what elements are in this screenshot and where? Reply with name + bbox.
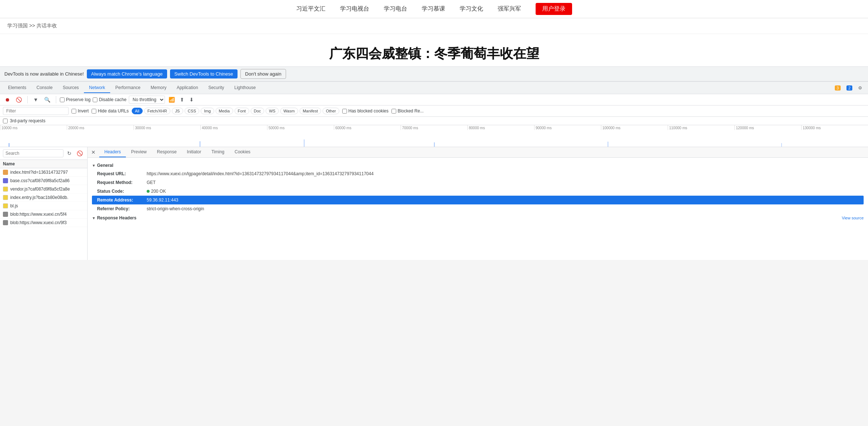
search-input[interactable] <box>3 149 63 157</box>
detail-tab-response[interactable]: Response <box>152 147 182 157</box>
response-headers-header[interactable]: ▼ Response Headers View source <box>92 213 864 222</box>
blocked-re-checkbox[interactable] <box>391 109 396 114</box>
hide-data-urls-checkbox[interactable] <box>92 109 96 114</box>
filter-type-js[interactable]: JS <box>172 108 183 114</box>
warning-tab-icon[interactable]: 3 <box>832 84 844 92</box>
detail-tab-preview[interactable]: Preview <box>126 147 152 157</box>
clear-button[interactable]: 🚫 <box>14 96 24 104</box>
detail-row-remote[interactable]: Remote Address: 59.36.92.11:443 <box>92 196 864 204</box>
filter-input[interactable] <box>3 107 69 115</box>
search-button[interactable]: 🔍 <box>42 96 52 104</box>
filter-type-wasm[interactable]: Wasm <box>280 108 298 114</box>
detail-tab-timing[interactable]: Timing <box>206 147 229 157</box>
filter-type-img[interactable]: Img <box>201 108 214 114</box>
filter-type-all[interactable]: All <box>132 108 143 114</box>
tick-0: 10000 ms <box>0 125 67 130</box>
disable-cache-label[interactable]: Disable cache <box>93 97 126 102</box>
nav-item-xijinping[interactable]: 习近平文汇 <box>296 5 325 13</box>
tab-network[interactable]: Network <box>84 83 110 93</box>
left-sidebar: ↻ 🚫 Name index.html?id=136314732797 base… <box>0 147 88 260</box>
switch-devtools-button[interactable]: Switch DevTools to Chinese <box>170 69 238 78</box>
file-name-2: vendor.js?caf087d9f8a5cf2a8e <box>10 187 70 192</box>
timeline-ruler: 10000 ms 20000 ms 30000 ms 40000 ms 5000… <box>0 125 868 130</box>
record-button[interactable]: ⏺ <box>3 96 12 104</box>
third-party-checkbox[interactable] <box>3 119 8 123</box>
file-item-2[interactable]: vendor.js?caf087d9f8a5cf2a8e <box>0 185 87 193</box>
detail-tab-headers[interactable]: Headers <box>99 147 126 157</box>
tab-memory[interactable]: Memory <box>146 83 171 93</box>
tick-6: 70000 ms <box>401 125 467 130</box>
file-item-5[interactable]: blob:https://www.xuexi.cn/5f4 <box>0 210 87 219</box>
filter-type-manifest[interactable]: Manifest <box>300 108 321 114</box>
preserve-log-text: Preserve log <box>66 97 90 102</box>
file-name-6: blob:https://www.xuexi.cn/9f3 <box>10 220 67 225</box>
filter-type-ws[interactable]: WS <box>266 108 279 114</box>
filter-type-other[interactable]: Other <box>323 108 339 114</box>
has-blocked-label[interactable]: Has blocked cookies <box>342 108 389 114</box>
nav-item-mooc[interactable]: 学习慕课 <box>422 5 445 13</box>
settings-icon[interactable]: ⚙ <box>855 84 865 92</box>
tab-elements[interactable]: Elements <box>3 83 31 93</box>
file-item-6[interactable]: blob:https://www.xuexi.cn/9f3 <box>0 219 87 227</box>
detail-row-method: Request Method: GET <box>92 178 864 187</box>
filter-button[interactable]: ▼ <box>31 96 40 104</box>
wifi-icon[interactable]: 📶 <box>167 96 176 103</box>
tab-lighthouse[interactable]: Lighthouse <box>229 83 261 93</box>
nav-item-radio[interactable]: 学习电台 <box>384 5 407 13</box>
login-button[interactable]: 用户登录 <box>536 3 572 15</box>
tab-performance[interactable]: Performance <box>110 83 146 93</box>
tab-console[interactable]: Console <box>31 83 58 93</box>
third-party-label: 3rd-party requests <box>10 118 45 123</box>
tab-application[interactable]: Application <box>171 83 203 93</box>
tick-9: 100000 ms <box>601 125 668 130</box>
disable-cache-checkbox[interactable] <box>93 97 97 102</box>
filter-type-font[interactable]: Font <box>235 108 249 114</box>
filter-type-fetch[interactable]: Fetch/XHR <box>144 108 170 114</box>
view-source-link[interactable]: View source <box>842 216 864 220</box>
file-item-3[interactable]: index.entry.js?bac1b80e08db. <box>0 193 87 202</box>
request-details: ✕ Headers Preview Response Initiator Tim… <box>88 147 868 260</box>
file-item-4[interactable]: bl.js <box>0 202 87 210</box>
invert-checkbox[interactable] <box>72 109 76 114</box>
dont-show-button[interactable]: Don't show again <box>240 69 286 79</box>
detail-tab-initiator[interactable]: Initiator <box>182 147 206 157</box>
invert-text: Invert <box>78 108 89 114</box>
filter-type-css[interactable]: CSS <box>185 108 200 114</box>
filter-type-doc[interactable]: Doc <box>251 108 265 114</box>
blocked-re-label[interactable]: Blocked Re... <box>391 108 424 114</box>
detail-tab-cookies[interactable]: Cookies <box>229 147 255 157</box>
nav-item-tv[interactable]: 学习电视台 <box>340 5 369 13</box>
nav-item-culture[interactable]: 学习文化 <box>460 5 483 13</box>
details-close-icon[interactable]: ✕ <box>88 147 99 157</box>
invert-label[interactable]: Invert <box>72 108 89 114</box>
url-value[interactable]: https://www.xuexi.cn/lgpage/detail/index… <box>147 170 374 177</box>
separator-1 <box>27 96 28 103</box>
detail-row-referrer: Referrer Policy: strict-origin-when-cros… <box>92 204 864 213</box>
throttle-select[interactable]: No throttling <box>129 96 165 104</box>
download-icon[interactable]: ⬇ <box>188 96 195 103</box>
file-item-0[interactable]: index.html?id=136314732797 <box>0 168 87 177</box>
js-icon-3 <box>3 195 8 200</box>
match-language-button[interactable]: Always match Chrome's language <box>87 69 167 78</box>
hide-data-urls-label[interactable]: Hide data URLs <box>92 108 129 114</box>
search-clear-icon[interactable]: 🚫 <box>75 150 84 157</box>
upload-icon[interactable]: ⬆ <box>178 96 186 103</box>
tab-sources[interactable]: Sources <box>58 83 84 93</box>
info-tab-icon[interactable]: 2 <box>844 84 855 92</box>
file-name-5: blob:https://www.xuexi.cn/5f4 <box>10 212 67 217</box>
file-list-header: Name <box>0 160 87 168</box>
tab-security[interactable]: Security <box>203 83 229 93</box>
timeline-bar: 10000 ms 20000 ms 30000 ms 40000 ms 5000… <box>0 125 868 147</box>
has-blocked-checkbox[interactable] <box>342 109 347 114</box>
search-bar: ↻ 🚫 <box>0 147 87 160</box>
general-section-header[interactable]: ▼ General <box>92 161 864 169</box>
preserve-log-checkbox[interactable] <box>60 97 65 102</box>
preserve-log-label[interactable]: Preserve log <box>60 97 90 102</box>
search-refresh-icon[interactable]: ↻ <box>66 150 73 157</box>
triangle-icon: ▼ <box>92 164 96 168</box>
nav-item-army[interactable]: 强军兴军 <box>498 5 521 13</box>
breadcrumb: 学习强国 >> 共话丰收 <box>0 18 868 34</box>
file-name-1: base.css?caf087d9f8a5cf2a86 <box>10 178 70 183</box>
filter-type-media[interactable]: Media <box>216 108 233 114</box>
file-item-1[interactable]: base.css?caf087d9f8a5cf2a86 <box>0 177 87 185</box>
